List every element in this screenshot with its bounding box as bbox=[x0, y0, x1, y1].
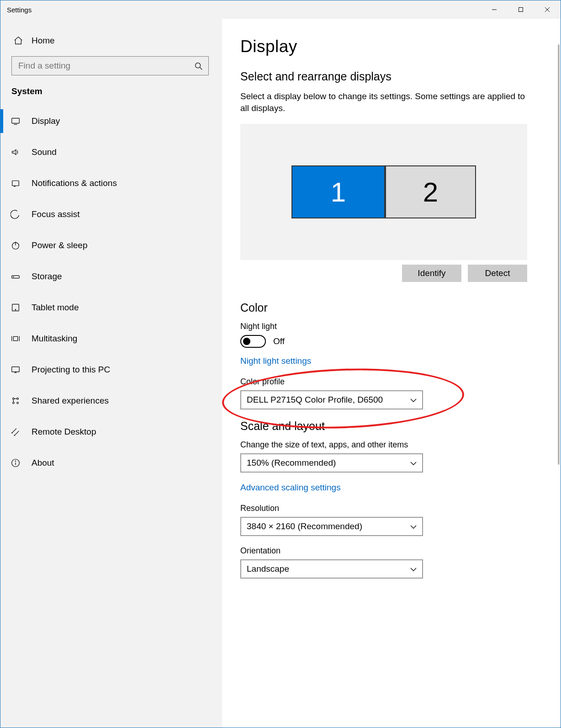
resolution-dropdown[interactable]: 3840 × 2160 (Recommended) bbox=[240, 517, 423, 536]
minimize-button[interactable] bbox=[481, 0, 508, 19]
close-button[interactable] bbox=[534, 0, 561, 19]
svg-point-4 bbox=[196, 63, 201, 68]
color-profile-label: Color profile bbox=[240, 377, 539, 387]
color-heading: Color bbox=[240, 301, 539, 314]
content-pane: Display Select and rearrange displays Se… bbox=[222, 19, 557, 728]
sidebar-home[interactable]: Home bbox=[0, 29, 222, 53]
projecting-icon bbox=[9, 365, 22, 375]
scale-dropdown[interactable]: 150% (Recommended) bbox=[240, 453, 423, 473]
orientation-dropdown[interactable]: Landscape bbox=[240, 559, 423, 579]
scrollbar[interactable] bbox=[557, 19, 561, 728]
remote-icon bbox=[9, 427, 22, 437]
svg-line-5 bbox=[200, 68, 202, 70]
minimize-icon bbox=[492, 7, 497, 12]
sidebar-section-label: System bbox=[0, 86, 222, 106]
sidebar: Home System DisplaySoundNotifications & … bbox=[0, 19, 222, 728]
sidebar-item-label: Display bbox=[32, 116, 60, 126]
sidebar-item-label: Tablet mode bbox=[32, 303, 79, 313]
search-input[interactable] bbox=[17, 60, 194, 71]
maximize-icon bbox=[518, 7, 524, 12]
sidebar-item-label: Multitasking bbox=[32, 334, 77, 344]
sound-icon bbox=[9, 147, 22, 157]
sidebar-item-multitask[interactable]: Multitasking bbox=[0, 323, 222, 354]
night-light-state: Off bbox=[273, 336, 285, 346]
power-icon bbox=[9, 240, 22, 250]
chevron-down-icon bbox=[410, 565, 417, 573]
maximize-button[interactable] bbox=[508, 0, 534, 19]
night-light-label: Night light bbox=[240, 322, 539, 331]
orientation-value: Landscape bbox=[247, 564, 289, 574]
search-icon bbox=[194, 61, 203, 70]
night-light-settings-link[interactable]: Night light settings bbox=[240, 356, 539, 366]
sidebar-item-label: Projecting to this PC bbox=[32, 365, 110, 375]
tablet-icon bbox=[9, 303, 22, 313]
home-icon bbox=[11, 36, 25, 46]
about-icon bbox=[9, 458, 22, 468]
sidebar-item-remote[interactable]: Remote Desktop bbox=[0, 416, 222, 447]
notifications-icon bbox=[9, 178, 22, 188]
monitor-2[interactable]: 2 bbox=[385, 165, 476, 218]
window-title: Settings bbox=[7, 6, 32, 14]
svg-rect-1 bbox=[519, 8, 523, 12]
sidebar-item-label: About bbox=[32, 458, 54, 468]
scale-value: 150% (Recommended) bbox=[247, 458, 336, 468]
sidebar-item-sound[interactable]: Sound bbox=[0, 137, 222, 168]
shared-icon bbox=[9, 396, 22, 406]
advanced-scaling-link[interactable]: Advanced scaling settings bbox=[240, 483, 539, 493]
sidebar-item-label: Notifications & actions bbox=[32, 178, 117, 188]
color-profile-dropdown[interactable]: DELL P2715Q Color Profile, D6500 bbox=[240, 390, 423, 409]
sidebar-item-power[interactable]: Power & sleep bbox=[0, 230, 222, 261]
sidebar-item-shared[interactable]: Shared experiences bbox=[0, 385, 222, 416]
sidebar-item-label: Power & sleep bbox=[32, 240, 88, 250]
arrange-description: Select a display below to change its set… bbox=[240, 90, 533, 114]
sidebar-item-about[interactable]: About bbox=[0, 447, 222, 478]
arrange-heading: Select and rearrange displays bbox=[240, 70, 539, 83]
titlebar: Settings bbox=[0, 0, 561, 19]
focus-icon bbox=[9, 209, 22, 219]
toggle-knob bbox=[243, 338, 250, 345]
resolution-label: Resolution bbox=[240, 504, 539, 513]
sidebar-item-label: Storage bbox=[32, 271, 62, 282]
display-arrangement-area[interactable]: 1 2 bbox=[240, 124, 527, 260]
sidebar-item-label: Sound bbox=[32, 147, 57, 157]
sidebar-item-focus[interactable]: Focus assist bbox=[0, 199, 222, 230]
orientation-label: Orientation bbox=[240, 546, 539, 556]
sidebar-item-notifications[interactable]: Notifications & actions bbox=[0, 168, 222, 199]
night-light-toggle[interactable] bbox=[240, 335, 266, 348]
detect-button[interactable]: Detect bbox=[468, 265, 527, 282]
close-icon bbox=[545, 7, 550, 12]
sidebar-item-tablet[interactable]: Tablet mode bbox=[0, 292, 222, 323]
sidebar-item-projecting[interactable]: Projecting to this PC bbox=[0, 354, 222, 385]
identify-button[interactable]: Identify bbox=[402, 265, 461, 282]
multitask-icon bbox=[9, 334, 22, 344]
window-controls bbox=[481, 0, 561, 19]
sidebar-item-label: Shared experiences bbox=[32, 396, 109, 406]
color-profile-value: DELL P2715Q Color Profile, D6500 bbox=[247, 395, 383, 405]
scale-heading: Scale and layout bbox=[240, 420, 539, 433]
storage-icon bbox=[9, 271, 22, 282]
monitor-1[interactable]: 1 bbox=[291, 165, 385, 218]
sidebar-item-label: Focus assist bbox=[32, 209, 80, 219]
sidebar-home-label: Home bbox=[32, 36, 55, 46]
scale-label: Change the size of text, apps, and other… bbox=[240, 440, 539, 450]
page-title: Display bbox=[240, 37, 539, 56]
chevron-down-icon bbox=[410, 459, 417, 467]
display-icon bbox=[9, 116, 22, 126]
sidebar-item-storage[interactable]: Storage bbox=[0, 261, 222, 292]
chevron-down-icon bbox=[410, 523, 417, 530]
sidebar-item-display[interactable]: Display bbox=[0, 106, 222, 137]
scrollbar-thumb[interactable] bbox=[558, 44, 560, 465]
sidebar-item-label: Remote Desktop bbox=[32, 427, 96, 437]
search-input-container[interactable] bbox=[11, 56, 209, 75]
chevron-down-icon bbox=[410, 396, 417, 404]
resolution-value: 3840 × 2160 (Recommended) bbox=[247, 521, 362, 531]
